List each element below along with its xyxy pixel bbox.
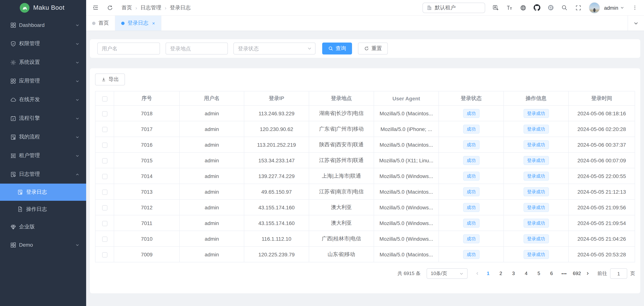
cell-location: 江苏省|苏州市|联通	[309, 152, 374, 168]
table-card: 导出 序号 用户名 登录IP 登录地点 User A	[90, 68, 640, 293]
column-header-username: 用户名	[180, 91, 244, 105]
fullscreen-icon[interactable]	[575, 4, 582, 11]
sidebar-menu: Dashboard 权限管理 系统设置 应用管理 在线开发	[0, 16, 86, 306]
cell-ip: 113.246.93.229	[244, 105, 309, 121]
row-checkbox[interactable]	[102, 174, 107, 179]
row-checkbox[interactable]	[102, 142, 107, 148]
cell-location: 上海|上海市|联通	[309, 168, 374, 184]
sidebar-item-label: 我的流程	[19, 134, 40, 140]
search-icon[interactable]	[561, 4, 568, 11]
login-status-value[interactable]	[234, 43, 316, 55]
export-button[interactable]: 导出	[95, 74, 125, 86]
cell-select	[95, 105, 114, 121]
tabs-dropdown-button[interactable]	[628, 16, 644, 31]
cell-operation: 登录成功	[504, 105, 568, 121]
tab-dot-icon	[92, 22, 96, 25]
row-checkbox[interactable]	[102, 221, 107, 226]
pager-page-692[interactable]: 692	[571, 268, 582, 279]
cell-username: admin	[180, 199, 244, 215]
operation-badge: 登录成功	[523, 124, 549, 133]
github-icon[interactable]	[534, 4, 540, 11]
cell-user-agent: Mozilla/5.0 (Macintos...	[374, 105, 439, 121]
sidebar-item-system-settings[interactable]: 系统设置	[0, 53, 86, 72]
font-size-icon[interactable]	[506, 4, 513, 11]
globe-icon[interactable]	[520, 4, 526, 11]
sidebar-item-label: Demo	[19, 242, 33, 248]
status-badge: 成功	[463, 109, 479, 118]
tab-home[interactable]: 首页	[86, 16, 115, 31]
user-avatar[interactable]	[589, 2, 600, 13]
table-row: 7017 admin 120.230.90.62 广东省|广州市|移动 Mozi…	[95, 121, 635, 137]
table-row: 7018 admin 113.246.93.229 湖南省|长沙市|电信 Moz…	[95, 105, 635, 121]
reset-button[interactable]: 重置	[358, 43, 388, 55]
login-log-icon	[17, 189, 23, 195]
chevron-down-icon	[75, 135, 80, 139]
row-checkbox[interactable]	[102, 158, 107, 163]
kebab-menu-icon[interactable]	[631, 4, 638, 11]
sidebar-item-online-dev[interactable]: 在线开发	[0, 90, 86, 109]
pager-page-5[interactable]: 5	[533, 268, 544, 279]
login-location-input[interactable]	[166, 43, 228, 55]
sidebar-item-label: 在线开发	[19, 96, 40, 103]
tenant-select[interactable]: 默认租户	[422, 3, 485, 13]
pager-page-4[interactable]: 4	[520, 268, 532, 279]
cell-location: 陕西省|西安市|联通	[309, 137, 374, 152]
sidebar-subitem-operation-log[interactable]: 操作日志	[0, 201, 86, 218]
collapse-menu-icon[interactable]	[92, 4, 99, 11]
pager-prev-button[interactable]: ‹	[473, 268, 482, 279]
sidebar-subitem-login-log[interactable]: 登录日志	[0, 184, 86, 201]
pager-page-1[interactable]: 1	[482, 268, 494, 279]
pager-next-button[interactable]: ›	[583, 268, 592, 279]
sidebar-item-permissions[interactable]: 权限管理	[0, 34, 86, 53]
row-checkbox[interactable]	[102, 189, 107, 195]
cell-select	[95, 121, 114, 137]
breadcrumb-home[interactable]: 首页	[122, 4, 132, 11]
sidebar-item-workflow-engine[interactable]: 流程引擎	[0, 109, 86, 128]
cell-username: admin	[180, 215, 244, 231]
row-checkbox[interactable]	[102, 236, 107, 242]
sidebar-item-my-flows[interactable]: 我的流程	[0, 128, 86, 146]
row-checkbox[interactable]	[102, 127, 107, 132]
breadcrumb-log-management[interactable]: 日志管理	[140, 4, 161, 11]
logo[interactable]: Maku Boot	[0, 0, 86, 16]
query-button[interactable]: 查询	[322, 43, 352, 55]
translate-icon[interactable]	[492, 4, 499, 11]
row-checkbox[interactable]	[102, 252, 107, 257]
cell-id: 7013	[114, 184, 180, 199]
pager-page-2[interactable]: 2	[495, 268, 506, 279]
sidebar-item-enterprise[interactable]: 企业版	[0, 218, 86, 236]
sidebar-item-log-management[interactable]: 日志管理	[0, 165, 86, 184]
cell-id: 7010	[114, 231, 180, 246]
pager-page-6[interactable]: 6	[546, 268, 557, 279]
status-badge: 成功	[463, 187, 479, 196]
cell-time: 2024-05-06 00:37:37	[568, 137, 635, 152]
sidebar-item-app-management[interactable]: 应用管理	[0, 72, 86, 90]
cell-select	[95, 137, 114, 152]
tenant-icon	[10, 152, 16, 159]
cell-operation: 登录成功	[504, 231, 568, 246]
breadcrumb: 首页 › 日志管理 › 登录日志	[122, 4, 191, 11]
username-input[interactable]	[97, 43, 160, 55]
select-all-checkbox[interactable]	[102, 96, 107, 101]
refresh-icon[interactable]	[107, 4, 113, 11]
sidebar-item-tenant-management[interactable]: 租户管理	[0, 146, 86, 165]
login-status-select[interactable]	[234, 43, 316, 55]
row-checkbox[interactable]	[102, 111, 107, 116]
cell-select	[95, 184, 114, 199]
cell-location: 广西|桂林市|电信	[309, 231, 374, 246]
breadcrumb-login-log[interactable]: 登录日志	[170, 4, 191, 11]
sidebar-item-dashboard[interactable]: Dashboard	[0, 16, 86, 34]
row-checkbox[interactable]	[102, 205, 107, 210]
tab-login-log[interactable]: 登录日志 ×	[115, 16, 161, 31]
close-icon[interactable]: ×	[152, 20, 155, 26]
page-size-select[interactable]: 10条/页	[426, 268, 468, 279]
goto-page-input[interactable]	[610, 268, 627, 279]
cell-username: admin	[180, 246, 244, 262]
cell-location: 江苏省|南京市|电信	[309, 184, 374, 199]
gitee-icon[interactable]	[548, 4, 554, 11]
user-menu[interactable]: admin	[604, 5, 624, 11]
operation-badge: 登录成功	[523, 109, 549, 118]
pager-page-3[interactable]: 3	[508, 268, 519, 279]
pager-ellipsis[interactable]: •••	[558, 268, 570, 279]
sidebar-item-demo[interactable]: Demo	[0, 236, 86, 254]
